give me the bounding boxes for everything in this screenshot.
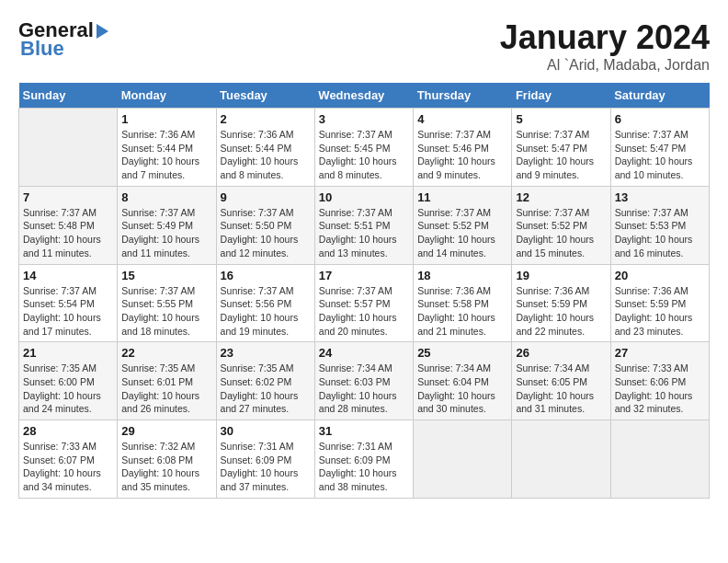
day-number: 22 bbox=[121, 346, 211, 360]
day-cell: 4Sunrise: 7:37 AM Sunset: 5:46 PM Daylig… bbox=[414, 109, 512, 187]
title-block: January 2024 Al `Arid, Madaba, Jordan bbox=[500, 18, 710, 74]
day-number: 29 bbox=[121, 424, 211, 438]
day-number: 18 bbox=[417, 269, 507, 282]
day-cell: 28Sunrise: 7:33 AM Sunset: 6:07 PM Dayli… bbox=[19, 420, 118, 499]
day-cell bbox=[414, 420, 512, 499]
day-info: Sunrise: 7:37 AM Sunset: 5:57 PM Dayligh… bbox=[319, 284, 409, 339]
day-cell: 25Sunrise: 7:34 AM Sunset: 6:04 PM Dayli… bbox=[414, 342, 512, 420]
day-info: Sunrise: 7:31 AM Sunset: 6:09 PM Dayligh… bbox=[319, 440, 409, 494]
day-info: Sunrise: 7:37 AM Sunset: 5:45 PM Dayligh… bbox=[319, 128, 409, 182]
day-info: Sunrise: 7:34 AM Sunset: 6:03 PM Dayligh… bbox=[319, 362, 409, 416]
day-info: Sunrise: 7:37 AM Sunset: 5:52 PM Dayligh… bbox=[516, 206, 606, 260]
day-info: Sunrise: 7:37 AM Sunset: 5:51 PM Dayligh… bbox=[319, 206, 409, 260]
day-number: 9 bbox=[221, 190, 311, 204]
day-cell: 22Sunrise: 7:35 AM Sunset: 6:01 PM Dayli… bbox=[118, 342, 216, 420]
logo: General Blue bbox=[18, 18, 108, 61]
week-row-4: 21Sunrise: 7:35 AM Sunset: 6:00 PM Dayli… bbox=[19, 342, 710, 420]
day-info: Sunrise: 7:35 AM Sunset: 6:00 PM Dayligh… bbox=[23, 362, 113, 416]
day-info: Sunrise: 7:37 AM Sunset: 5:56 PM Dayligh… bbox=[221, 284, 311, 339]
col-header-thursday: Thursday bbox=[414, 83, 512, 109]
day-cell: 14Sunrise: 7:37 AM Sunset: 5:54 PM Dayli… bbox=[19, 264, 118, 342]
day-info: Sunrise: 7:34 AM Sunset: 6:04 PM Dayligh… bbox=[417, 362, 507, 416]
day-cell bbox=[512, 420, 610, 499]
day-number: 10 bbox=[319, 190, 409, 204]
day-number: 19 bbox=[516, 269, 606, 282]
day-info: Sunrise: 7:37 AM Sunset: 5:49 PM Dayligh… bbox=[121, 206, 211, 260]
month-title: January 2024 bbox=[500, 18, 710, 57]
day-cell: 16Sunrise: 7:37 AM Sunset: 5:56 PM Dayli… bbox=[216, 264, 314, 342]
day-info: Sunrise: 7:31 AM Sunset: 6:09 PM Dayligh… bbox=[221, 440, 311, 494]
day-number: 23 bbox=[221, 346, 311, 360]
day-cell: 6Sunrise: 7:37 AM Sunset: 5:47 PM Daylig… bbox=[610, 109, 709, 187]
day-number: 21 bbox=[23, 346, 113, 360]
day-number: 14 bbox=[23, 269, 113, 282]
day-info: Sunrise: 7:37 AM Sunset: 5:47 PM Dayligh… bbox=[615, 128, 705, 182]
day-cell: 20Sunrise: 7:36 AM Sunset: 5:59 PM Dayli… bbox=[610, 264, 709, 342]
location-title: Al `Arid, Madaba, Jordan bbox=[500, 57, 710, 74]
day-info: Sunrise: 7:36 AM Sunset: 5:59 PM Dayligh… bbox=[615, 284, 705, 339]
day-cell: 21Sunrise: 7:35 AM Sunset: 6:00 PM Dayli… bbox=[19, 342, 118, 420]
day-number: 7 bbox=[23, 190, 113, 204]
day-number: 2 bbox=[221, 112, 311, 126]
day-cell: 3Sunrise: 7:37 AM Sunset: 5:45 PM Daylig… bbox=[314, 109, 413, 187]
week-row-2: 7Sunrise: 7:37 AM Sunset: 5:48 PM Daylig… bbox=[19, 186, 710, 264]
page-header: General Blue January 2024 Al `Arid, Mada… bbox=[18, 18, 710, 74]
day-info: Sunrise: 7:32 AM Sunset: 6:08 PM Dayligh… bbox=[121, 440, 211, 494]
day-number: 13 bbox=[615, 190, 705, 204]
header-row: SundayMondayTuesdayWednesdayThursdayFrid… bbox=[19, 83, 710, 109]
day-number: 1 bbox=[121, 112, 211, 126]
col-header-tuesday: Tuesday bbox=[216, 83, 314, 109]
day-number: 15 bbox=[121, 269, 211, 282]
day-info: Sunrise: 7:37 AM Sunset: 5:50 PM Dayligh… bbox=[221, 206, 311, 260]
day-info: Sunrise: 7:35 AM Sunset: 6:01 PM Dayligh… bbox=[121, 362, 211, 416]
day-info: Sunrise: 7:37 AM Sunset: 5:54 PM Dayligh… bbox=[23, 284, 113, 339]
week-row-1: 1Sunrise: 7:36 AM Sunset: 5:44 PM Daylig… bbox=[19, 109, 710, 187]
day-info: Sunrise: 7:37 AM Sunset: 5:53 PM Dayligh… bbox=[615, 206, 705, 260]
day-number: 24 bbox=[319, 346, 409, 360]
col-header-friday: Friday bbox=[512, 83, 610, 109]
day-number: 4 bbox=[417, 112, 507, 126]
day-cell: 15Sunrise: 7:37 AM Sunset: 5:55 PM Dayli… bbox=[118, 264, 216, 342]
day-cell bbox=[19, 109, 118, 187]
day-info: Sunrise: 7:35 AM Sunset: 6:02 PM Dayligh… bbox=[221, 362, 311, 416]
day-number: 8 bbox=[121, 190, 211, 204]
day-cell: 1Sunrise: 7:36 AM Sunset: 5:44 PM Daylig… bbox=[118, 109, 216, 187]
week-row-5: 28Sunrise: 7:33 AM Sunset: 6:07 PM Dayli… bbox=[19, 420, 710, 499]
day-info: Sunrise: 7:37 AM Sunset: 5:46 PM Dayligh… bbox=[417, 128, 507, 182]
col-header-saturday: Saturday bbox=[610, 83, 709, 109]
day-info: Sunrise: 7:36 AM Sunset: 5:58 PM Dayligh… bbox=[417, 284, 507, 339]
day-cell: 11Sunrise: 7:37 AM Sunset: 5:52 PM Dayli… bbox=[414, 186, 512, 264]
day-number: 6 bbox=[615, 112, 705, 126]
day-number: 17 bbox=[319, 269, 409, 282]
day-number: 30 bbox=[221, 424, 311, 438]
day-cell: 19Sunrise: 7:36 AM Sunset: 5:59 PM Dayli… bbox=[512, 264, 610, 342]
day-number: 5 bbox=[516, 112, 606, 126]
day-cell: 23Sunrise: 7:35 AM Sunset: 6:02 PM Dayli… bbox=[216, 342, 314, 420]
day-cell: 31Sunrise: 7:31 AM Sunset: 6:09 PM Dayli… bbox=[314, 420, 413, 499]
day-number: 27 bbox=[615, 346, 705, 360]
day-number: 20 bbox=[615, 269, 705, 282]
day-cell: 12Sunrise: 7:37 AM Sunset: 5:52 PM Dayli… bbox=[512, 186, 610, 264]
day-info: Sunrise: 7:34 AM Sunset: 6:05 PM Dayligh… bbox=[516, 362, 606, 416]
day-info: Sunrise: 7:37 AM Sunset: 5:52 PM Dayligh… bbox=[417, 206, 507, 260]
col-header-sunday: Sunday bbox=[19, 83, 118, 109]
day-cell: 29Sunrise: 7:32 AM Sunset: 6:08 PM Dayli… bbox=[118, 420, 216, 499]
day-number: 28 bbox=[23, 424, 113, 438]
day-info: Sunrise: 7:36 AM Sunset: 5:44 PM Dayligh… bbox=[121, 128, 211, 182]
day-info: Sunrise: 7:37 AM Sunset: 5:47 PM Dayligh… bbox=[516, 128, 606, 182]
day-cell: 26Sunrise: 7:34 AM Sunset: 6:05 PM Dayli… bbox=[512, 342, 610, 420]
day-cell bbox=[610, 420, 709, 499]
day-cell: 18Sunrise: 7:36 AM Sunset: 5:58 PM Dayli… bbox=[414, 264, 512, 342]
day-cell: 10Sunrise: 7:37 AM Sunset: 5:51 PM Dayli… bbox=[314, 186, 413, 264]
col-header-wednesday: Wednesday bbox=[314, 83, 413, 109]
day-cell: 8Sunrise: 7:37 AM Sunset: 5:49 PM Daylig… bbox=[118, 186, 216, 264]
day-info: Sunrise: 7:36 AM Sunset: 5:44 PM Dayligh… bbox=[221, 128, 311, 182]
day-cell: 17Sunrise: 7:37 AM Sunset: 5:57 PM Dayli… bbox=[314, 264, 413, 342]
calendar-table: SundayMondayTuesdayWednesdayThursdayFrid… bbox=[18, 83, 710, 499]
day-info: Sunrise: 7:37 AM Sunset: 5:55 PM Dayligh… bbox=[121, 284, 211, 339]
day-cell: 9Sunrise: 7:37 AM Sunset: 5:50 PM Daylig… bbox=[216, 186, 314, 264]
day-number: 16 bbox=[221, 269, 311, 282]
col-header-monday: Monday bbox=[118, 83, 216, 109]
day-number: 26 bbox=[516, 346, 606, 360]
day-info: Sunrise: 7:37 AM Sunset: 5:48 PM Dayligh… bbox=[23, 206, 113, 260]
